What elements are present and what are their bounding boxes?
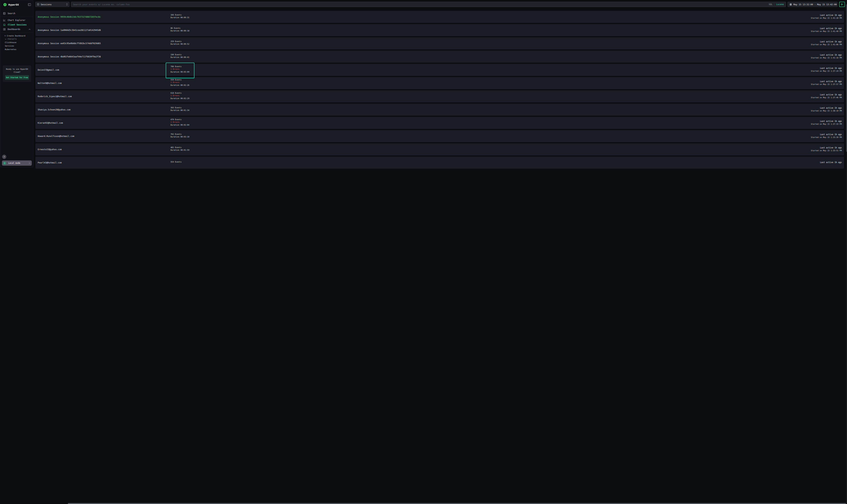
dashboards-icon bbox=[3, 28, 6, 31]
sidebar-item-label: Chart Explorer bbox=[8, 19, 25, 21]
session-events: 190 Events bbox=[171, 53, 189, 56]
session-stats: 470 Events 1 Errors Duration 00:02:04 bbox=[171, 117, 189, 128]
preset-kubernetes[interactable]: Kubernetes bbox=[1, 48, 33, 51]
session-events: 393 Events bbox=[171, 106, 189, 109]
session-stats: 706 Events 1 Errors Duration 00:03:09 bbox=[171, 64, 189, 75]
session-events: 618 Events bbox=[171, 92, 189, 94]
presets-label-text: PRESETS bbox=[8, 38, 17, 40]
sidebar-item-label: Search bbox=[8, 12, 15, 15]
session-name: Walton9@hotmail.com bbox=[38, 82, 62, 85]
session-row[interactable]: Anonymous Session ee03c95e0b68cffd92bc57… bbox=[35, 37, 282, 49]
session-events: 550 Events bbox=[171, 78, 189, 81]
hyperdx-logo-icon bbox=[3, 3, 7, 6]
sidebar-spacer bbox=[1, 82, 33, 155]
collapse-sidebar-icon[interactable] bbox=[28, 3, 31, 6]
sidebar-item-search[interactable]: Search bbox=[1, 11, 33, 16]
create-dashboard-button[interactable]: + Create Dashboard bbox=[1, 34, 33, 38]
session-stats: 702 Events Duration 00:03:10 bbox=[171, 130, 189, 141]
search-input[interactable]: Search your events w/ Lucene ex. column:… bbox=[71, 2, 282, 7]
session-row[interactable]: Howard.Runolfsson@hotmail.com 702 Events… bbox=[35, 130, 282, 142]
session-name: Anonymous Session 1ad066d3c3b41cea381127… bbox=[38, 29, 101, 31]
session-stats: 259 Events Duration 00:00:52 bbox=[171, 37, 189, 48]
session-duration: Duration 00:02:26 bbox=[171, 84, 189, 87]
session-errors: 1 Errors bbox=[171, 68, 189, 71]
session-duration: Duration 00:00:31 bbox=[171, 16, 189, 19]
session-row[interactable]: Anonymous Session 4bd02fe6643aaf44e711f6… bbox=[35, 51, 282, 62]
session-events: 166 Events bbox=[171, 14, 189, 16]
sidebar-item-dashboards[interactable]: Dashboards bbox=[1, 27, 33, 32]
session-duration: Duration 00:03:10 bbox=[171, 136, 189, 138]
main-content: Sessions Search your events w/ Lucene ex… bbox=[34, 0, 282, 168]
sidebar-divider bbox=[1, 33, 33, 33]
session-stats: 190 Events Duration 00:00:41 bbox=[171, 51, 189, 61]
session-name: Anonymous Session 4bd02fe6643aaf44e711f6… bbox=[38, 55, 101, 58]
session-stats: 550 Events 1 Errors Duration 00:02:26 bbox=[171, 77, 189, 88]
session-duration: Duration 00:00:52 bbox=[171, 43, 189, 46]
session-name: Roderick_Sipes1@hotmail.com bbox=[38, 95, 72, 98]
local-mode-pill[interactable]: U Local mode bbox=[2, 160, 32, 166]
search-menu-icon bbox=[3, 12, 6, 15]
session-row[interactable]: Walton9@hotmail.com 550 Events 1 Errors … bbox=[35, 77, 282, 89]
session-events: 702 Events bbox=[171, 133, 189, 136]
cloud-promo-text-line1: Ready to use HyperDX bbox=[4, 68, 30, 71]
session-duration: Duration 00:02:29 bbox=[171, 97, 189, 100]
chart-icon bbox=[3, 19, 6, 21]
sidebar-item-chart-explorer[interactable]: Chart Explorer bbox=[1, 18, 33, 22]
get-started-button[interactable]: Get Started for Free bbox=[5, 75, 29, 80]
sidebar: HyperDX Search Chart Explorer bbox=[0, 0, 33, 167]
session-events: 470 Events bbox=[171, 118, 189, 121]
session-events: 259 Events bbox=[171, 40, 189, 43]
session-stats: 86 Events Duration 00:00:18 bbox=[171, 24, 189, 35]
session-duration: Duration 00:01:59 bbox=[171, 149, 189, 151]
brand-title: HyperDX bbox=[8, 3, 19, 6]
presets-toggle[interactable]: PRESETS bbox=[1, 38, 33, 41]
session-stats: 481 Events Duration 00:01:59 bbox=[171, 143, 189, 154]
chevron-right-icon bbox=[29, 162, 30, 164]
session-errors: 1 Errors bbox=[171, 81, 189, 84]
database-icon bbox=[37, 3, 39, 5]
session-events: 706 Events bbox=[171, 65, 189, 68]
sidebar-item-label: Dashboards bbox=[8, 28, 20, 31]
session-name: Anonymous Session 9959c464b13dc7637327d8… bbox=[38, 16, 101, 18]
session-row[interactable]: Roderick_Sipes1@hotmail.com 618 Events 1… bbox=[35, 90, 282, 102]
session-events: 554 Events bbox=[171, 161, 182, 163]
session-name: Anonymous Session ee03c95e0b68cffd92bc57… bbox=[38, 42, 101, 44]
topbar: Sessions Search your events w/ Lucene ex… bbox=[35, 2, 282, 7]
session-duration: Duration 00:00:18 bbox=[171, 30, 189, 32]
session-duration: Duration 00:03:09 bbox=[171, 71, 189, 73]
session-row[interactable]: Anonymous Session 9959c464b13dc7637327d8… bbox=[35, 11, 282, 23]
session-errors: 1 Errors bbox=[171, 94, 189, 97]
session-errors: 1 Errors bbox=[171, 121, 189, 124]
session-name: Pearl43@hotmail.com bbox=[38, 161, 62, 164]
preset-clickhouse[interactable]: Clickhouse bbox=[1, 41, 33, 44]
session-stats: 554 Events bbox=[171, 157, 182, 167]
session-stats: 618 Events 1 Errors Duration 00:02:29 bbox=[171, 90, 189, 101]
session-name: Deion37@gmail.com bbox=[38, 69, 59, 71]
session-duration: Duration 00:01:34 bbox=[171, 109, 189, 112]
session-events: 86 Events bbox=[171, 27, 189, 30]
help-button[interactable]: ? bbox=[2, 155, 6, 159]
chevron-up-icon bbox=[29, 29, 31, 30]
session-row[interactable]: Ernesto33@yahoo.com 481 Events Duration … bbox=[35, 143, 282, 156]
session-events: 481 Events bbox=[171, 146, 189, 149]
sidebar-item-client-sessions[interactable]: Client Sessions bbox=[1, 22, 33, 27]
session-row[interactable]: Pearl43@hotmail.com 554 Events Last acti… bbox=[35, 157, 282, 168]
search-placeholder: Search your events w/ Lucene ex. column:… bbox=[73, 3, 130, 6]
select-chevrons-icon bbox=[66, 3, 68, 5]
cloud-promo-card: Ready to use HyperDX Cloud? Get Started … bbox=[3, 66, 31, 82]
laptop-icon bbox=[3, 23, 6, 26]
session-name: Kieran92@hotmail.com bbox=[38, 122, 63, 124]
session-list: Anonymous Session 9959c464b13dc7637327d8… bbox=[35, 11, 282, 168]
preset-services[interactable]: Services bbox=[1, 44, 33, 48]
sidebar-item-label: Client Sessions bbox=[8, 23, 27, 26]
session-row[interactable]: Shaniya.Schoen20@yahoo.com 393 Events Du… bbox=[35, 104, 282, 115]
session-row[interactable]: Deion37@gmail.com 706 Events 1 Errors Du… bbox=[35, 64, 282, 76]
source-select[interactable]: Sessions bbox=[35, 2, 69, 7]
cloud-promo-text-line2: Cloud? bbox=[4, 71, 30, 74]
sidebar-header: HyperDX bbox=[1, 1, 33, 6]
session-stats: 166 Events Duration 00:00:31 bbox=[171, 11, 189, 22]
session-row[interactable]: Anonymous Session 1ad066d3c3b41cea381127… bbox=[35, 24, 282, 36]
sidebar-divider bbox=[1, 17, 33, 17]
source-select-value: Sessions bbox=[41, 3, 52, 6]
session-row[interactable]: Kieran92@hotmail.com 470 Events 1 Errors… bbox=[35, 117, 282, 129]
